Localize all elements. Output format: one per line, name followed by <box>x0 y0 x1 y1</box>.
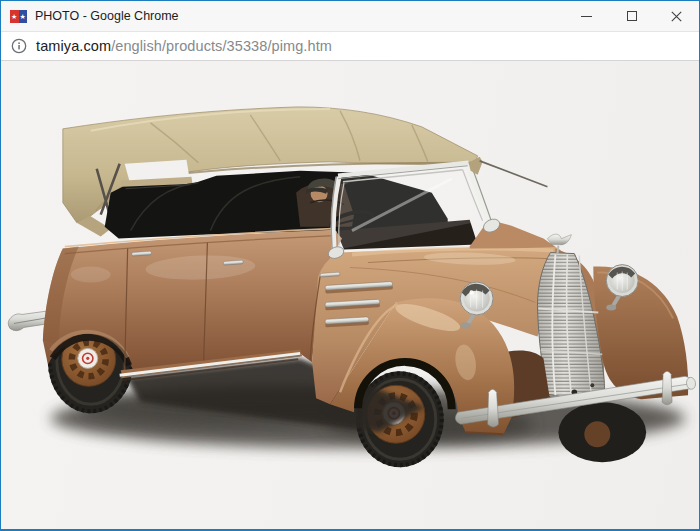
bumper-guard <box>662 371 672 404</box>
photo-viewer: Product photo of a Tamiya 1/35 scale mod… <box>1 61 699 529</box>
canvas-front-corner <box>469 157 548 187</box>
top-stay-rod <box>480 161 548 187</box>
url-bar: tamiya.com/english/products/35338/pimg.h… <box>1 31 699 61</box>
maximize-icon <box>627 11 637 21</box>
minimize-button[interactable] <box>564 1 609 31</box>
favicon-blue-star: ★ <box>19 10 28 23</box>
model-car-photo: Product photo of a Tamiya 1/35 scale mod… <box>1 61 699 529</box>
close-button[interactable] <box>654 1 699 31</box>
window-title: PHOTO - Google Chrome <box>35 9 179 23</box>
minimize-icon <box>581 16 592 17</box>
window-controls <box>564 1 699 31</box>
url-path: /english/products/35338/pimg.htm <box>111 38 332 54</box>
bumper-guard <box>488 389 499 427</box>
url-text[interactable]: tamiya.com/english/products/35338/pimg.h… <box>36 38 332 54</box>
far-cowl <box>470 220 557 249</box>
tamiya-favicon-icon: ★ ★ <box>10 10 27 23</box>
window-titlebar[interactable]: ★ ★ PHOTO - Google Chrome <box>1 1 699 31</box>
far-front-wheel <box>558 402 646 462</box>
favicon-red-star: ★ <box>10 10 19 23</box>
close-icon <box>671 11 682 22</box>
browser-window: ★ ★ PHOTO - Google Chrome tamiya.com/eng… <box>0 0 700 531</box>
maximize-button[interactable] <box>609 1 654 31</box>
page-info-icon[interactable] <box>11 38 27 54</box>
model-car-illustration <box>8 107 696 467</box>
url-domain: tamiya.com <box>36 38 111 54</box>
